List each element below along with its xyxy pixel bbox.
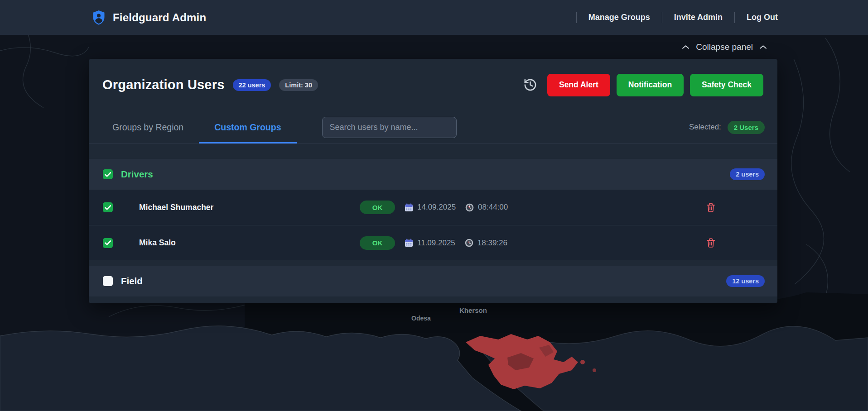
member-row[interactable]: Mika Salo OK 11.09.2025 18:39 [89,225,777,260]
clock-icon [465,203,474,212]
member-checkbox[interactable] [103,202,113,212]
collapse-panel-button[interactable]: Collapse panel [682,42,767,52]
map-label-kherson: Kherson [459,306,487,314]
calendar-icon [405,239,413,247]
collapse-panel-label: Collapse panel [696,42,753,52]
chevron-up-icon [682,45,689,49]
nav-manage-groups[interactable]: Manage Groups [588,13,650,22]
member-row[interactable]: Michael Shumacher OK 14.09.2025 [89,190,777,225]
shield-logo-icon [92,10,106,25]
page-title: Organization Users [102,77,225,92]
nav-divider [662,12,662,23]
safety-check-button[interactable]: Safety Check [690,74,763,96]
group-row[interactable]: Drivers 2 users [89,159,777,190]
panel-header: Organization Users 22 users Limit: 30 Se… [89,59,777,111]
member-time: 18:39:26 [477,239,507,248]
member-checkbox[interactable] [103,238,113,248]
member-date-group: 11.09.2025 [405,239,455,248]
panel-header-actions: Send Alert Notification Safety Check [523,74,763,96]
delete-member-button[interactable] [706,238,715,248]
group-users-badge: 12 users [726,275,765,287]
nav-divider [576,12,577,23]
group-checkbox[interactable] [103,276,113,286]
trash-icon [706,202,715,213]
group-label: Field [121,276,143,287]
send-alert-button[interactable]: Send Alert [547,74,610,96]
topbar: Fieldguard Admin Manage Groups Invite Ad… [0,0,868,35]
tab-groups-by-region[interactable]: Groups by Region [97,111,199,143]
history-button[interactable] [523,78,541,92]
member-date: 14.09.2025 [417,203,456,212]
organization-users-panel: Organization Users 22 users Limit: 30 Se… [89,59,777,303]
panel-header-left: Organization Users 22 users Limit: 30 [102,77,318,92]
check-icon [105,240,111,245]
tab-custom-groups[interactable]: Custom Groups [199,111,296,143]
nav-invite-admin[interactable]: Invite Admin [674,13,723,22]
member-time: 08:44:00 [478,203,508,212]
group-checkbox[interactable] [103,169,113,179]
nav-log-out[interactable]: Log Out [747,13,778,22]
check-icon [105,205,111,210]
group-row[interactable]: Field 12 users [89,266,777,296]
history-icon [523,78,537,92]
delete-member-button[interactable] [706,202,715,213]
nav-divider [734,12,735,23]
search-input[interactable] [322,117,457,138]
brand: Fieldguard Admin [92,10,206,25]
map-sea-west [0,326,521,411]
member-status-badge: OK [360,236,395,250]
trash-icon [706,238,715,248]
notification-button[interactable]: Notification [617,74,684,96]
limit-badge: Limit: 30 [279,79,318,91]
selected-label: Selected: [689,123,721,132]
group-members: Michael Shumacher OK 14.09.2025 [89,190,777,260]
chevron-up-icon [760,45,767,49]
groups-list: Drivers 2 users Michael Shumacher OK 14.… [89,159,777,296]
member-date: 11.09.2025 [417,239,455,248]
calendar-icon [405,203,413,212]
user-count-badge: 22 users [233,79,271,91]
group-users-badge: 2 users [730,168,765,180]
app-title: Fieldguard Admin [113,11,206,24]
tabs-row: Groups by Region Custom Groups Selected:… [89,111,777,144]
member-date-group: 14.09.2025 [405,203,456,212]
member-status-badge: OK [360,201,395,214]
group-label: Drivers [121,169,153,180]
selected-summary: Selected: 2 Users [689,121,765,134]
clock-icon [465,239,473,247]
member-name: Mika Salo [139,238,360,248]
member-time-group: 18:39:26 [465,239,507,248]
map-label-odesa: Odesa [411,315,431,322]
check-icon [105,172,111,177]
selected-count-badge: 2 Users [728,121,765,134]
member-time-group: 08:44:00 [465,203,508,212]
member-name: Michael Shumacher [139,203,360,212]
top-navigation: Manage Groups Invite Admin Log Out [564,12,778,23]
